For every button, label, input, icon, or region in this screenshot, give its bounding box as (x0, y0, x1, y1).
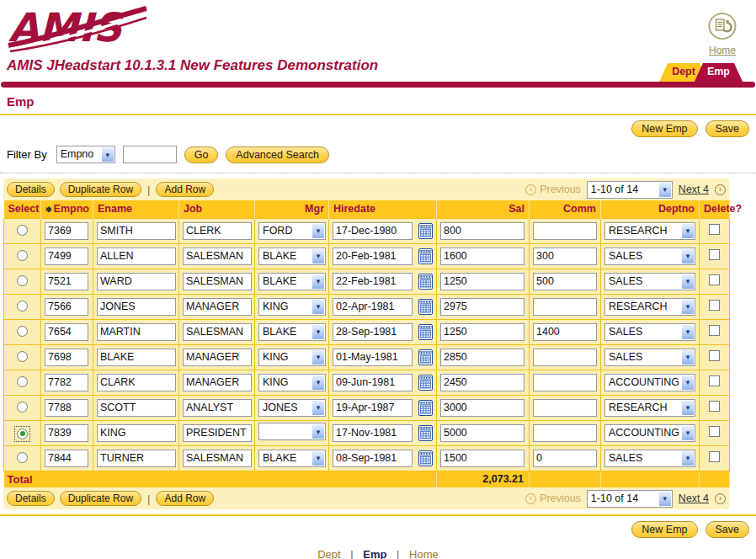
delete-checkbox[interactable] (709, 451, 720, 462)
hiredate-input[interactable] (333, 450, 413, 467)
empno-input[interactable] (45, 273, 88, 290)
job-input[interactable] (183, 424, 252, 442)
empno-input[interactable] (45, 450, 88, 467)
mgr-select[interactable]: FORD▾ (258, 222, 326, 240)
hiredate-input[interactable] (333, 424, 413, 442)
footer-link-emp[interactable]: Emp (363, 548, 386, 559)
sal-input[interactable] (440, 273, 524, 290)
delete-checkbox[interactable] (709, 300, 720, 311)
comm-input[interactable] (533, 248, 597, 265)
sal-input[interactable] (440, 248, 524, 265)
comm-input[interactable] (533, 298, 597, 316)
comm-input[interactable] (533, 273, 597, 290)
delete-checkbox[interactable] (709, 426, 720, 437)
job-input[interactable] (183, 323, 252, 341)
hiredate-input[interactable] (333, 374, 413, 391)
select-radio[interactable] (17, 351, 28, 362)
delete-checkbox[interactable] (709, 325, 720, 336)
delete-checkbox[interactable] (709, 401, 720, 412)
deptno-select[interactable]: RESEARCH▾ (604, 399, 695, 417)
empno-input[interactable] (45, 374, 88, 391)
hiredate-input[interactable] (333, 323, 413, 341)
hiredate-input[interactable] (333, 399, 413, 417)
hiredate-input[interactable] (333, 298, 413, 316)
save-button[interactable]: Save (705, 120, 750, 137)
comm-input[interactable] (533, 349, 597, 366)
sal-input[interactable] (440, 424, 524, 442)
job-input[interactable] (183, 450, 252, 467)
empno-input[interactable] (45, 424, 88, 442)
tab-emp[interactable]: Emp (695, 63, 743, 82)
sal-input[interactable] (440, 349, 524, 366)
empno-input[interactable] (45, 248, 88, 265)
comm-input[interactable] (533, 450, 597, 467)
select-radio[interactable] (17, 402, 28, 413)
hiredate-input[interactable] (333, 273, 413, 290)
range-select[interactable]: 1-10 of 14 ▾ (587, 181, 673, 199)
calendar-icon[interactable] (418, 425, 433, 441)
hiredate-input[interactable] (333, 222, 413, 240)
hiredate-input[interactable] (333, 349, 413, 366)
select-radio[interactable] (17, 250, 28, 261)
sal-input[interactable] (440, 374, 524, 391)
delete-checkbox[interactable] (709, 274, 720, 285)
job-input[interactable] (183, 273, 252, 290)
calendar-icon[interactable] (418, 299, 433, 315)
hiredate-input[interactable] (333, 248, 413, 265)
job-input[interactable] (183, 349, 252, 366)
select-radio[interactable] (17, 275, 28, 286)
sal-input[interactable] (440, 298, 524, 316)
job-input[interactable] (183, 222, 252, 240)
delete-checkbox[interactable] (709, 224, 720, 235)
empno-input[interactable] (45, 399, 88, 417)
ename-input[interactable] (97, 323, 176, 341)
deptno-select[interactable]: RESEARCH▾ (604, 222, 695, 240)
save-button[interactable]: Save (705, 521, 750, 538)
mgr-select[interactable]: JONES▾ (258, 399, 326, 417)
select-radio[interactable] (17, 326, 28, 337)
mgr-select[interactable]: KING▾ (258, 374, 326, 391)
job-input[interactable] (183, 399, 252, 417)
ename-input[interactable] (97, 424, 176, 442)
add-row-button[interactable]: Add Row (156, 491, 214, 506)
empno-input[interactable] (45, 349, 88, 366)
ename-input[interactable] (97, 222, 176, 240)
mgr-select[interactable]: BLAKE▾ (258, 323, 326, 341)
calendar-icon[interactable] (418, 274, 433, 290)
comm-input[interactable] (533, 424, 597, 442)
deptno-select[interactable]: SALES▾ (604, 248, 695, 265)
job-input[interactable] (183, 374, 252, 391)
calendar-icon[interactable] (418, 400, 433, 416)
deptno-select[interactable]: RESEARCH▾ (604, 298, 695, 316)
ename-input[interactable] (97, 248, 176, 265)
next-link[interactable]: Next 4 (679, 492, 709, 504)
mgr-select[interactable]: BLAKE▾ (258, 248, 326, 265)
mgr-select[interactable]: BLAKE▾ (258, 273, 326, 290)
delete-checkbox[interactable] (709, 350, 720, 361)
ename-input[interactable] (97, 298, 176, 316)
select-radio[interactable] (17, 376, 28, 387)
comm-input[interactable] (533, 222, 597, 240)
ename-input[interactable] (97, 399, 176, 417)
deptno-select[interactable]: SALES▾ (604, 450, 695, 467)
filter-field-select[interactable]: Empno ▾ (56, 146, 115, 163)
footer-link-home[interactable]: Home (409, 548, 439, 559)
advanced-search-button[interactable]: Advanced Search (226, 146, 329, 163)
calendar-icon[interactable] (418, 248, 433, 264)
ename-input[interactable] (97, 273, 176, 290)
calendar-icon[interactable] (418, 223, 433, 239)
sal-input[interactable] (440, 323, 524, 341)
comm-input[interactable] (533, 374, 597, 391)
mgr-select[interactable]: KING▾ (258, 349, 326, 366)
mgr-select[interactable]: ▾ (258, 423, 326, 440)
new-emp-button[interactable]: New Emp (631, 120, 697, 137)
empno-input[interactable] (45, 222, 88, 240)
duplicate-row-button[interactable]: Duplicate Row (60, 182, 141, 197)
sal-input[interactable] (440, 399, 524, 417)
mgr-select[interactable]: BLAKE▾ (258, 450, 326, 467)
job-input[interactable] (183, 298, 252, 316)
add-row-button[interactable]: Add Row (156, 182, 214, 197)
filter-search-input[interactable] (123, 146, 177, 163)
delete-checkbox[interactable] (709, 375, 720, 386)
ename-input[interactable] (97, 349, 176, 366)
